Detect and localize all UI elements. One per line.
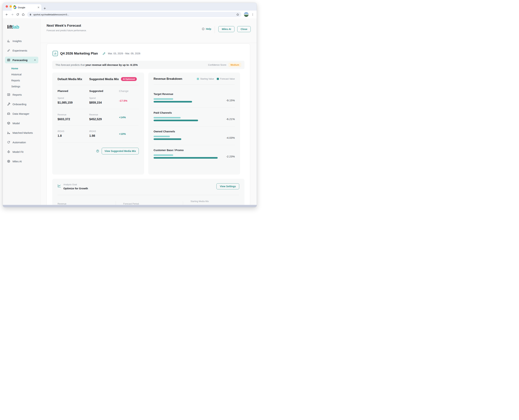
forecast-card: Q4 2026 Marketing Plan Mar. 03, 2026 - M… bbox=[47, 44, 250, 205]
window-close-button[interactable] bbox=[6, 5, 8, 8]
sidebar-item-model-fit[interactable]: Model Fit bbox=[5, 148, 38, 155]
liftlab-logo: liftlab bbox=[5, 23, 38, 30]
subnav-item-reports[interactable]: Reports bbox=[5, 77, 38, 83]
hard-drive-icon bbox=[7, 112, 10, 115]
test-tube-icon bbox=[7, 49, 10, 52]
confidence-score-label: Confidence Score bbox=[208, 64, 226, 66]
browser-menu-icon[interactable] bbox=[251, 13, 254, 16]
map-icon bbox=[7, 58, 10, 62]
miles-ai-button[interactable]: Miles AI bbox=[218, 26, 234, 32]
confidence-badge: Medium bbox=[228, 63, 241, 67]
sidebar-item-matched-markets[interactable]: Matched Markets bbox=[5, 129, 38, 136]
media-mix-row-revenue: Revenue$603,372 Revenue$452,529 +14% bbox=[58, 109, 139, 126]
divider bbox=[154, 84, 235, 85]
suggested-media-mix-title: Suggested Media Mix bbox=[89, 77, 119, 81]
forecast-value-swatch bbox=[217, 78, 219, 80]
tab-close-icon[interactable] bbox=[38, 6, 39, 8]
forecast-value-bar bbox=[154, 120, 198, 121]
chevron-up-icon bbox=[34, 59, 36, 61]
breakdown-row-owned-channels: Owned Channels -4.03% bbox=[154, 126, 235, 145]
prism-icon bbox=[7, 150, 10, 153]
url-text: upshot.xyz/walletaddressxxzrrr3... bbox=[33, 13, 235, 16]
column-change: Change bbox=[119, 90, 139, 93]
profile-avatar[interactable] bbox=[244, 12, 249, 17]
address-bar[interactable]: upshot.xyz/walletaddressxxzrrr3... bbox=[27, 12, 241, 17]
help-button[interactable]: Help bbox=[202, 26, 211, 30]
media-mix-panel: Default Media Mix Suggested Media Mix AI… bbox=[52, 73, 144, 174]
rotate-icon bbox=[7, 141, 10, 144]
cpu-chip-icon bbox=[7, 160, 10, 163]
plan-chart-icon bbox=[53, 51, 58, 56]
window-minimize-button[interactable] bbox=[9, 5, 12, 8]
browser-tab-strip: Google bbox=[3, 3, 257, 11]
subnav-item-home[interactable]: Home bbox=[5, 66, 38, 71]
breakdown-row-paid-channels: Paid Channels -6.21% bbox=[154, 108, 235, 126]
analysis-goal-value: Optimize for Growth bbox=[63, 187, 88, 190]
browser-toolbar: upshot.xyz/walletaddressxxzrrr3... bbox=[3, 11, 257, 18]
sidebar-item-forecasting[interactable]: Forecasting bbox=[5, 57, 38, 63]
wrench-icon bbox=[7, 103, 10, 106]
starting-value-bar bbox=[154, 136, 170, 137]
line-chart-icon bbox=[58, 183, 61, 190]
starting-value-bar bbox=[154, 117, 181, 118]
bar-chart-icon bbox=[7, 39, 10, 43]
sidebar: liftlab Insights Experiments Forecasting… bbox=[3, 18, 41, 205]
sidebar-item-automation[interactable]: Automation bbox=[5, 139, 38, 146]
sidebar-item-miles-ai[interactable]: Miles AI bbox=[5, 158, 38, 165]
forward-icon[interactable] bbox=[11, 13, 14, 16]
revenue-breakdown-title: Revenue Breakdown bbox=[154, 77, 182, 81]
window-bottom-bar bbox=[3, 205, 257, 207]
sidebar-item-insights[interactable]: Insights bbox=[5, 38, 38, 44]
view-settings-button[interactable]: View Settings bbox=[216, 183, 239, 189]
google-favicon bbox=[13, 6, 16, 9]
analysis-settings-panel: Analysis Goal Optimize for Growth View S… bbox=[52, 179, 244, 205]
sidebar-item-reports[interactable]: Reports bbox=[5, 91, 38, 98]
new-tab-button[interactable] bbox=[43, 7, 46, 10]
plan-title: Q4 2026 Marketing Plan bbox=[60, 52, 98, 55]
breakdown-row-customer-base-promo: Customer Base / Promo -2.23% bbox=[154, 145, 235, 164]
column-suggested: Suggested bbox=[89, 90, 119, 93]
forecasting-subnav: Home Historical Reports Settings bbox=[5, 66, 38, 90]
divider bbox=[58, 85, 139, 85]
edit-pencil-icon[interactable] bbox=[103, 52, 105, 55]
bookmark-star-icon[interactable] bbox=[236, 13, 239, 16]
lock-icon bbox=[29, 13, 32, 16]
tab-title: Google bbox=[18, 6, 36, 9]
close-button[interactable]: Close bbox=[237, 26, 251, 32]
starting-value-bar bbox=[154, 98, 173, 100]
change-percent: -6.21% bbox=[221, 118, 235, 121]
triangle-nodes-icon bbox=[7, 131, 10, 134]
reload-icon[interactable] bbox=[16, 13, 19, 16]
change-percent: -2.23% bbox=[221, 155, 235, 158]
sidebar-item-model[interactable]: Model bbox=[5, 120, 38, 127]
question-icon[interactable] bbox=[96, 150, 99, 153]
media-mix-row-iroas: iROAS1.8 iROAS1.98 +10% bbox=[58, 126, 139, 142]
revenue-breakdown-panel: Revenue Breakdown Starting Value Forecas… bbox=[148, 73, 240, 174]
plan-date-range: Mar. 03, 2026 - Mar. 09, 2026 bbox=[108, 52, 140, 55]
analysis-goal-label: Analysis Goal bbox=[63, 183, 88, 186]
legend-starting-value: Starting Value bbox=[197, 78, 214, 80]
header-divider bbox=[215, 26, 215, 33]
browser-window: Google upshot.xyz/walletaddressxxzrrr3..… bbox=[3, 3, 257, 207]
subnav-item-settings[interactable]: Settings bbox=[5, 83, 38, 90]
home-icon[interactable] bbox=[22, 13, 25, 16]
view-suggested-media-mix-button[interactable]: View Suggested Media Mix bbox=[102, 148, 139, 154]
page-title: Next Week's Forecast bbox=[47, 24, 87, 28]
browser-tab[interactable]: Google bbox=[12, 4, 41, 11]
breakdown-row-target-revenue: Target Revenue -9.15% bbox=[154, 89, 235, 108]
list-icon bbox=[7, 93, 10, 96]
legend-forecast-value: Forecast Value bbox=[217, 78, 235, 80]
page-subtitle: Forecast and predict future performance. bbox=[47, 29, 87, 32]
sidebar-item-experiments[interactable]: Experiments bbox=[5, 47, 38, 54]
default-media-mix-title: Default Media Mix bbox=[58, 77, 89, 81]
subnav-item-historical[interactable]: Historical bbox=[5, 71, 38, 77]
forecast-value-bar bbox=[154, 157, 218, 159]
legend: Starting Value Forecast Value bbox=[197, 78, 235, 80]
sidebar-item-onboarding[interactable]: Onboarding bbox=[5, 101, 38, 107]
back-icon[interactable] bbox=[5, 13, 8, 16]
forecast-summary: This forecast predicts that your revenue… bbox=[55, 64, 138, 66]
change-percent: -4.03% bbox=[221, 136, 235, 139]
change-percent: -9.15% bbox=[221, 99, 235, 102]
forecast-banner: This forecast predicts that your revenue… bbox=[52, 61, 244, 69]
sidebar-item-data-manager[interactable]: Data Manager bbox=[5, 110, 38, 117]
